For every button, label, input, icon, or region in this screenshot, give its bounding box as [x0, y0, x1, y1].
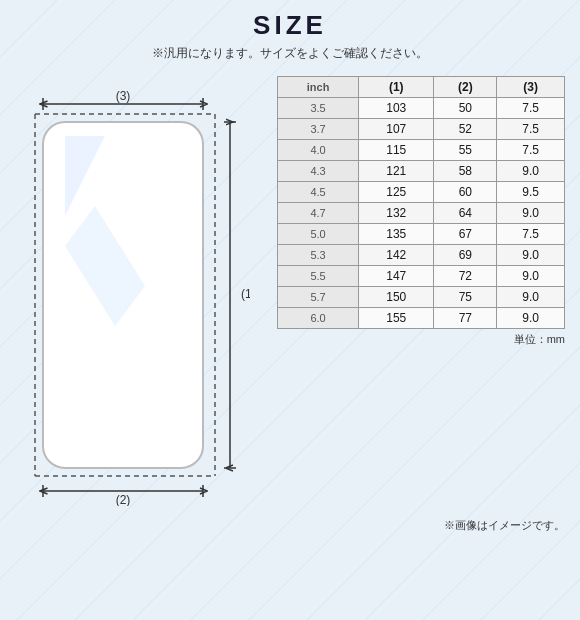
table-row: 5.3142699.0 [278, 245, 565, 266]
table-row: 5.5147729.0 [278, 266, 565, 287]
cell-col1: 135 [359, 224, 434, 245]
cell-inch: 6.0 [278, 308, 359, 329]
cell-inch: 5.0 [278, 224, 359, 245]
cell-col3: 7.5 [497, 224, 565, 245]
cell-col2: 69 [434, 245, 497, 266]
size-table-container: inch (1) (2) (3) 3.5103507.53.7107527.54… [277, 76, 565, 347]
image-note: ※画像はイメージです。 [15, 518, 565, 533]
cell-col2: 60 [434, 182, 497, 203]
table-row: 6.0155779.0 [278, 308, 565, 329]
header-col2: (2) [434, 77, 497, 98]
main-layout: (3) (1) (2) inch (1) (2) [15, 76, 565, 510]
cell-col1: 142 [359, 245, 434, 266]
cell-inch: 5.7 [278, 287, 359, 308]
cell-col3: 9.5 [497, 182, 565, 203]
header-col3: (3) [497, 77, 565, 98]
cell-col2: 75 [434, 287, 497, 308]
cell-col1: 121 [359, 161, 434, 182]
svg-text:(1): (1) [241, 287, 250, 301]
table-row: 4.5125609.5 [278, 182, 565, 203]
cell-col1: 125 [359, 182, 434, 203]
cell-col3: 7.5 [497, 98, 565, 119]
cell-col1: 115 [359, 140, 434, 161]
cell-col1: 103 [359, 98, 434, 119]
subtitle: ※汎用になります。サイズをよくご確認ください。 [15, 45, 565, 62]
table-row: 3.5103507.5 [278, 98, 565, 119]
cell-col1: 107 [359, 119, 434, 140]
cell-col2: 52 [434, 119, 497, 140]
table-row: 5.7150759.0 [278, 287, 565, 308]
cell-col2: 77 [434, 308, 497, 329]
size-table: inch (1) (2) (3) 3.5103507.53.7107527.54… [277, 76, 565, 329]
svg-text:(2): (2) [116, 493, 131, 506]
unit-note: 単位：mm [277, 332, 565, 347]
cell-inch: 5.5 [278, 266, 359, 287]
table-row: 4.0115557.5 [278, 140, 565, 161]
cell-inch: 4.5 [278, 182, 359, 203]
cell-col3: 9.0 [497, 287, 565, 308]
cell-inch: 3.5 [278, 98, 359, 119]
cell-inch: 4.0 [278, 140, 359, 161]
cell-col3: 9.0 [497, 203, 565, 224]
cell-col1: 147 [359, 266, 434, 287]
cell-col2: 64 [434, 203, 497, 224]
cell-col3: 9.0 [497, 161, 565, 182]
svg-text:(3): (3) [116, 89, 131, 103]
cell-col1: 155 [359, 308, 434, 329]
table-row: 4.7132649.0 [278, 203, 565, 224]
header-col1: (1) [359, 77, 434, 98]
cell-inch: 3.7 [278, 119, 359, 140]
cell-col1: 132 [359, 203, 434, 224]
cell-col2: 50 [434, 98, 497, 119]
table-row: 3.7107527.5 [278, 119, 565, 140]
cell-col3: 9.0 [497, 245, 565, 266]
cell-col3: 7.5 [497, 140, 565, 161]
table-row: 4.3121589.0 [278, 161, 565, 182]
cell-col2: 67 [434, 224, 497, 245]
cell-inch: 4.3 [278, 161, 359, 182]
page-content: SIZE ※汎用になります。サイズをよくご確認ください。 [0, 0, 580, 543]
cell-inch: 5.3 [278, 245, 359, 266]
cell-inch: 4.7 [278, 203, 359, 224]
device-svg: (3) (1) (2) [15, 86, 250, 506]
cell-col2: 58 [434, 161, 497, 182]
cell-col1: 150 [359, 287, 434, 308]
cell-col2: 55 [434, 140, 497, 161]
device-diagram: (3) (1) (2) [15, 86, 265, 510]
table-row: 5.0135677.5 [278, 224, 565, 245]
cell-col3: 9.0 [497, 308, 565, 329]
page-title: SIZE [15, 10, 565, 41]
cell-col3: 7.5 [497, 119, 565, 140]
cell-col2: 72 [434, 266, 497, 287]
cell-col3: 9.0 [497, 266, 565, 287]
header-inch: inch [278, 77, 359, 98]
